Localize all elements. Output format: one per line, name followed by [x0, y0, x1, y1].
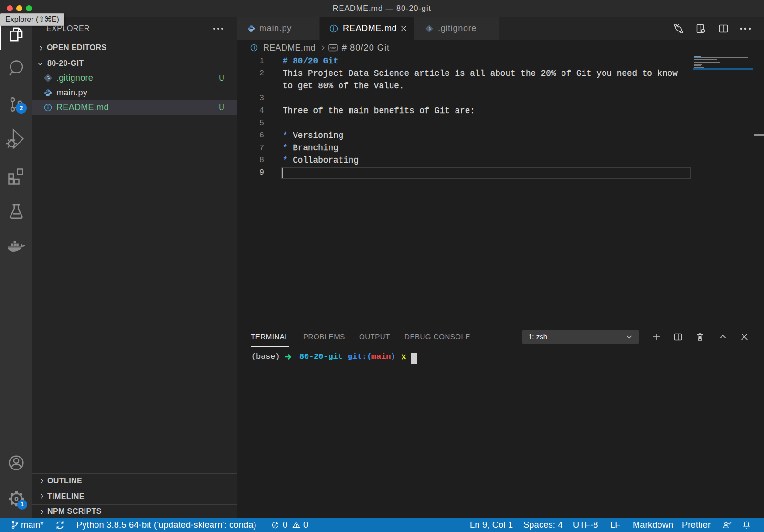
svg-text:abc: abc	[330, 46, 336, 50]
